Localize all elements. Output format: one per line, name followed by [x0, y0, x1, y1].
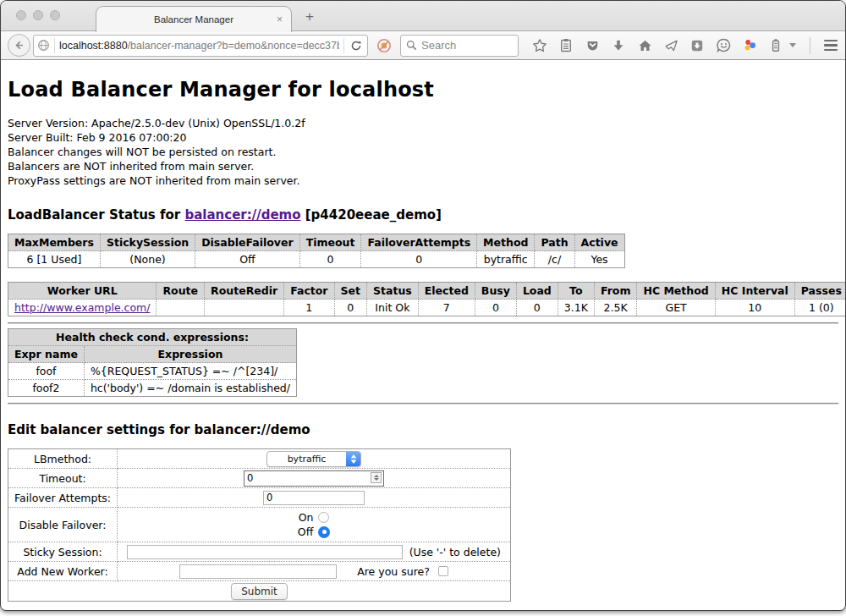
pocket-button[interactable] — [585, 38, 600, 53]
addon-download-button[interactable] — [689, 38, 705, 53]
search-bar[interactable] — [400, 35, 519, 57]
reading-list-button[interactable] — [558, 38, 574, 53]
cell-expression: %{REQUEST_STATUS} =~ /^[234]/ — [84, 363, 296, 380]
home-button[interactable] — [637, 38, 652, 53]
header-cell: Expression — [84, 346, 296, 363]
header-cell: To — [558, 283, 594, 300]
header-cell: Busy — [475, 283, 516, 300]
add-worker-input[interactable] — [179, 564, 337, 579]
battery-icon — [769, 38, 783, 52]
header-cell: Route — [157, 283, 205, 300]
header-cell: HC Method — [637, 283, 715, 300]
table-row: 6 [1 Used] (None) Off 0 0 bytraffic /c/ … — [8, 251, 625, 268]
sticky-session-label: Sticky Session: — [8, 542, 118, 562]
divider — [54, 38, 55, 53]
lbmethod-select[interactable]: bytraffic — [266, 451, 361, 467]
tab-close-icon[interactable]: × — [277, 14, 283, 25]
persist-warning-line: Balancer changes will NOT be persisted o… — [8, 145, 838, 159]
failover-attempts-input[interactable] — [263, 491, 365, 505]
header-cell: Load — [516, 283, 558, 300]
bookmark-star-button[interactable] — [532, 38, 547, 53]
balancer-status-heading: LoadBalancer Status for balancer://demo … — [8, 207, 838, 223]
zoom-window-button[interactable] — [50, 10, 60, 20]
header-cell: From — [594, 283, 637, 300]
battery-extension-button[interactable] — [768, 38, 783, 53]
worker-status-table: Worker URL Route RouteRedir Factor Set S… — [8, 282, 846, 316]
cell-set: 0 — [334, 300, 366, 316]
send-tab-button[interactable] — [663, 38, 678, 53]
tab-title: Balancer Manager — [154, 14, 233, 25]
new-tab-button[interactable]: + — [299, 8, 321, 25]
table-header-row: Expr name Expression — [8, 346, 297, 363]
edit-balancer-form: LBmethod: bytraffic Timeout: 0 — [8, 448, 511, 602]
worker-url-link[interactable]: http://www.example.com/ — [14, 301, 150, 314]
select-arrows-icon — [346, 452, 360, 466]
form-row-submit: Submit — [8, 581, 511, 602]
form-row-disable-failover: Disable Failover: On Off — [8, 508, 511, 542]
chevron-down-icon[interactable] — [789, 43, 796, 47]
radio-on[interactable] — [318, 512, 329, 523]
address-bar[interactable]: localhost:8880/balancer-manager?b=demo&n… — [33, 35, 368, 57]
reload-icon — [350, 40, 362, 52]
inherit-warning-line: Balancers are NOT inherited from main se… — [8, 159, 838, 173]
minimize-window-button[interactable] — [33, 10, 43, 20]
radio-off[interactable] — [318, 526, 330, 538]
menu-button[interactable] — [824, 40, 838, 52]
cell-hc-interval: 10 — [715, 300, 794, 316]
submit-button[interactable]: Submit — [231, 583, 288, 600]
header-cell: Factor — [284, 283, 334, 300]
disable-failover-label: Disable Failover: — [8, 508, 118, 542]
sticky-session-input[interactable] — [127, 545, 403, 559]
timeout-input[interactable]: 0 — [244, 470, 384, 487]
header-cell: Set — [334, 283, 366, 300]
table-title-row: Health check cond. expressions: — [8, 329, 297, 346]
globe-icon — [37, 39, 50, 52]
cell-routeredir — [205, 300, 284, 316]
hamburger-icon — [824, 40, 838, 42]
header-cell: Passes — [794, 283, 846, 300]
downloads-button[interactable] — [611, 38, 626, 53]
table-header-row: Worker URL Route RouteRedir Factor Set S… — [8, 283, 846, 300]
square-download-icon — [690, 39, 704, 52]
content-blocked-button[interactable] — [376, 38, 392, 53]
cell-load: 0 — [516, 300, 558, 316]
feedback-button[interactable] — [716, 38, 731, 53]
back-arrow-icon — [14, 40, 25, 51]
tab-balancer-manager[interactable]: Balancer Manager × — [96, 6, 292, 32]
are-you-sure-label: Are you sure? — [357, 565, 430, 578]
are-you-sure-checkbox[interactable] — [438, 566, 448, 576]
home-icon — [638, 39, 652, 52]
disable-failover-radios: On Off — [124, 509, 504, 541]
header-cell: Active — [574, 234, 624, 251]
search-icon — [406, 40, 417, 51]
cell-elected: 7 — [418, 300, 475, 316]
edit-settings-heading: Edit balancer settings for balancer://de… — [8, 422, 838, 437]
balancer-status-table: MaxMembers StickySession DisableFailover… — [8, 234, 625, 268]
proxypass-warning-line: ProxyPass settings are NOT inherited fro… — [8, 173, 838, 188]
reload-button[interactable] — [349, 38, 364, 53]
header-cell: Method — [477, 234, 535, 251]
number-stepper-icon[interactable] — [371, 472, 382, 483]
header-cell: RouteRedir — [205, 283, 284, 300]
cell-route — [157, 300, 205, 316]
cell-maxmembers: 6 [1 Used] — [8, 251, 101, 268]
url-text: localhost:8880/balancer-manager?b=demo&n… — [59, 40, 339, 52]
colors-extension-button[interactable] — [742, 38, 757, 53]
search-input[interactable] — [421, 39, 506, 52]
add-worker-label: Add New Worker: — [8, 562, 118, 581]
star-icon — [532, 38, 547, 53]
colored-dots-icon — [743, 38, 757, 52]
header-cell: Worker URL — [8, 283, 157, 300]
section-divider — [8, 322, 838, 324]
timeout-value: 0 — [247, 472, 253, 484]
server-version-line: Server Version: Apache/2.5.0-dev (Unix) … — [8, 116, 838, 130]
balancer-demo-link[interactable]: balancer://demo — [184, 207, 300, 223]
window-controls — [16, 10, 60, 20]
navigation-toolbar: localhost:8880/balancer-manager?b=demo&n… — [1, 31, 845, 60]
header-cell: DisableFailover — [195, 234, 299, 251]
cell-expr-name: foof2 — [8, 380, 85, 397]
back-button[interactable] — [8, 34, 30, 57]
table-header-row: MaxMembers StickySession DisableFailover… — [8, 234, 625, 251]
header-cell: FailoverAttempts — [361, 234, 477, 251]
close-window-button[interactable] — [16, 10, 26, 20]
